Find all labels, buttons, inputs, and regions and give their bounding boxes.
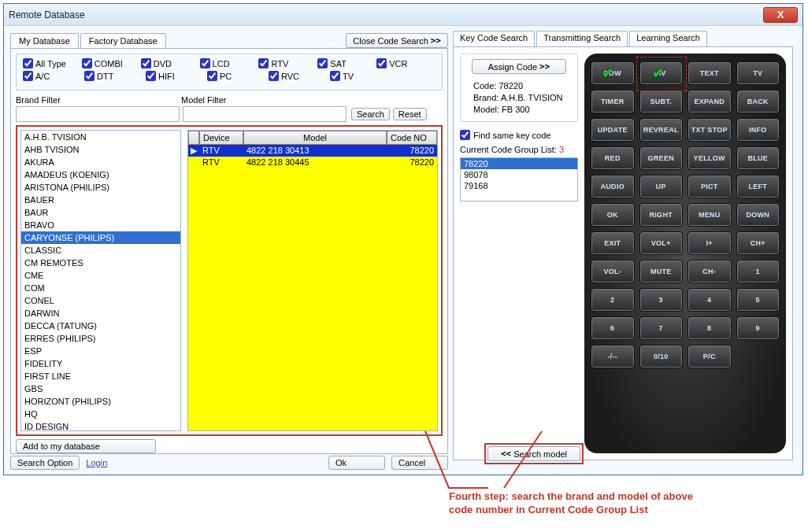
add-to-my-database-button[interactable]: Add to my database (16, 439, 156, 453)
brand-item[interactable]: BAUR (21, 206, 180, 219)
close-code-search-button[interactable]: Close Code Search>> (346, 33, 448, 48)
assign-code-button[interactable]: Assign Code>> (472, 59, 566, 74)
remote-button-left[interactable]: LEFT (736, 175, 780, 198)
cancel-button[interactable]: Cancel (391, 456, 448, 470)
brand-item[interactable]: CLASSIC (21, 244, 180, 257)
code-group-item[interactable]: 79168 (461, 180, 577, 191)
remote-button-pow[interactable]: POW (591, 61, 635, 85)
type-checkbox-rtv[interactable]: RTV (258, 58, 317, 68)
right-tab-transmitting-search[interactable]: Transmitting Search (536, 31, 628, 46)
login-link[interactable]: Login (86, 458, 107, 467)
remote-button-text[interactable]: TEXT (688, 61, 732, 85)
type-checkbox-tv[interactable]: TV (330, 71, 391, 81)
brand-item[interactable]: GBS (21, 382, 180, 395)
remote-button-timer[interactable]: TIMER (591, 90, 635, 113)
remote-button-tv[interactable]: TV (736, 61, 780, 85)
remote-button-av[interactable]: AV (639, 61, 684, 85)
close-icon[interactable]: X (763, 7, 798, 23)
remote-button-subt[interactable]: SUBT. (639, 90, 684, 113)
remote-button-3[interactable]: 3 (639, 288, 684, 312)
remote-button-down[interactable]: DOWN (736, 203, 780, 227)
type-checkbox-ac[interactable]: A/C (23, 71, 84, 81)
brand-item[interactable]: DECCA (TATUNG) (21, 320, 180, 332)
tab-factory-database[interactable]: Factory Database (80, 33, 166, 48)
brand-item[interactable]: HORIZONT (PHILIPS) (21, 395, 180, 408)
type-checkbox-combi[interactable]: COMBI (82, 58, 141, 68)
type-checkbox-sat[interactable]: SAT (317, 58, 376, 68)
brand-item[interactable]: BRAVO (21, 219, 180, 231)
remote-button-5[interactable]: 5 (736, 288, 780, 312)
type-checkbox-dvd[interactable]: DVD (141, 58, 200, 68)
reset-button[interactable]: Reset (393, 108, 427, 120)
type-checkbox-vcr[interactable]: VCR (376, 58, 436, 68)
remote-button-mute[interactable]: MUTE (639, 260, 684, 283)
brand-item[interactable]: ID DESIGN (21, 420, 180, 431)
remote-button-4[interactable]: 4 (688, 288, 732, 312)
remote-button-red[interactable]: RED (591, 146, 635, 170)
model-table-row[interactable]: RTV4822 218 3044578220 (188, 157, 437, 168)
right-tab-learning-search[interactable]: Learning Search (629, 31, 707, 46)
remote-button-6[interactable]: 6 (591, 316, 635, 340)
brand-item[interactable]: ARISTONA (PHILIPS) (21, 181, 180, 194)
search-option-button[interactable]: Search Option (10, 456, 80, 470)
remote-button-back[interactable]: BACK (736, 90, 780, 113)
remote-button-green[interactable]: GREEN (639, 146, 684, 170)
brand-list[interactable]: A.H.B. TVISIONAHB TVISIONAKURAAMADEUS (K… (20, 130, 181, 431)
brand-item[interactable]: AKURA (21, 156, 180, 168)
code-group-item[interactable]: 98078 (461, 169, 577, 180)
search-model-button[interactable]: <<Search model (487, 446, 580, 461)
remote-button-pict[interactable]: PICT (688, 175, 732, 198)
code-group-list[interactable]: 782209807879168 (460, 157, 578, 201)
model-table-row[interactable]: ▶RTV4822 218 3041378220 (188, 145, 437, 157)
remote-button-pc[interactable]: P/C (688, 345, 732, 368)
brand-item[interactable]: CONEL (21, 294, 180, 307)
remote-button-2[interactable]: 2 (591, 288, 635, 312)
remote-button-info[interactable]: INFO (736, 118, 780, 142)
remote-button-ch[interactable]: CH+ (736, 231, 780, 255)
remote-button-revreal[interactable]: REVREAL (639, 118, 684, 142)
model-filter-input[interactable] (183, 106, 347, 122)
remote-button-blue[interactable]: BLUE (736, 146, 780, 170)
remote-button-010[interactable]: 0/10 (639, 345, 684, 368)
brand-item[interactable]: HQ (21, 408, 180, 420)
remote-button-menu[interactable]: MENU (688, 203, 732, 227)
remote-button-exit[interactable]: EXIT (591, 231, 635, 255)
remote-button-txtstop[interactable]: TXT STOP (688, 118, 732, 142)
tab-my-database[interactable]: My Database (10, 33, 79, 48)
type-checkbox-rvc[interactable]: RVC (269, 71, 330, 81)
remote-button-update[interactable]: UPDATE (591, 118, 635, 142)
ok-button[interactable]: Ok (328, 456, 385, 470)
remote-button-right[interactable]: RIGHT (639, 203, 684, 227)
type-checkbox-dtt[interactable]: DTT (84, 71, 146, 81)
model-table[interactable]: Device Model Code NO ▶RTV4822 218 304137… (187, 130, 438, 431)
remote-button-ch[interactable]: CH- (688, 260, 732, 283)
brand-filter-input[interactable] (16, 106, 180, 122)
remote-button-7[interactable]: 7 (639, 316, 684, 340)
brand-item[interactable]: BAUER (21, 194, 180, 206)
brand-item[interactable]: ESP (21, 345, 180, 357)
remote-button-audio[interactable]: AUDIO (591, 175, 635, 198)
right-tab-key-code-search[interactable]: Key Code Search (453, 31, 535, 46)
remote-button-9[interactable]: 9 (736, 316, 780, 340)
remote-button-vol[interactable]: VOL+ (639, 231, 684, 255)
remote-button-expand[interactable]: EXPAND (688, 90, 732, 113)
code-group-item[interactable]: 78220 (461, 158, 577, 169)
remote-button-1[interactable]: 1 (736, 260, 780, 283)
type-checkbox-alltype[interactable]: All Type (23, 58, 82, 68)
find-same-key-code-checkbox[interactable]: Find same key code (460, 130, 578, 140)
remote-button-yellow[interactable]: YELLOW (688, 146, 732, 170)
brand-item[interactable]: AHB TVISION (21, 143, 180, 156)
remote-button-i[interactable]: I+ (688, 231, 732, 255)
remote-button-ok[interactable]: OK (591, 203, 635, 227)
search-button[interactable]: Search (351, 108, 390, 120)
brand-item[interactable]: DARWIN (21, 307, 180, 320)
type-checkbox-pc[interactable]: PC (207, 71, 269, 81)
brand-item[interactable]: COM (21, 282, 180, 294)
brand-item[interactable]: CME (21, 269, 180, 282)
brand-item[interactable]: ERRES (PHILIPS) (21, 332, 180, 345)
brand-item[interactable]: CARYONSE (PHILIPS) (21, 231, 180, 244)
type-checkbox-lcd[interactable]: LCD (200, 58, 259, 68)
remote-button-8[interactable]: 8 (688, 316, 732, 340)
remote-button-[interactable]: -/-- (591, 345, 635, 368)
brand-item[interactable]: FIDELITY (21, 357, 180, 370)
